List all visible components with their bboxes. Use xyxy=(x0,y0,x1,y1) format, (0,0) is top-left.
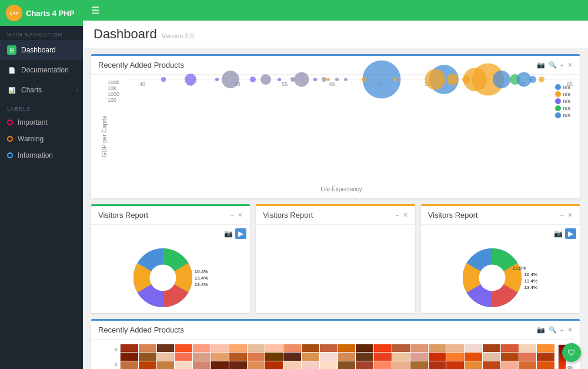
label-text: Warning xyxy=(18,135,44,143)
heatmap-cell xyxy=(356,353,373,360)
dashboard-content: Recently Added Products 📷 🔍 + ✕ GDP per … xyxy=(83,48,588,369)
heatmap-cell xyxy=(374,344,392,352)
close-icon[interactable]: ✕ xyxy=(567,61,573,69)
main-content: ☰ Dashboard Version 2.0 Recently Added P… xyxy=(83,0,588,369)
heatmap-grid xyxy=(120,344,554,369)
heatmap-cell xyxy=(410,353,428,360)
pie-chart-2-empty xyxy=(256,225,415,284)
svg-point-1 xyxy=(149,265,176,291)
heatmap-cell xyxy=(283,344,301,352)
close-icon[interactable]: ✕ xyxy=(238,211,243,219)
heatmap-controls: 📷 🔍 + ✕ xyxy=(537,326,573,334)
visitor-card-3: Visitors Report − ✕ 📷 ▶ xyxy=(421,204,580,313)
visitor-card-1-header: Visitors Report − ✕ xyxy=(91,206,250,225)
visitor-card-3-title: Visitors Report xyxy=(428,211,478,220)
minimize-icon[interactable]: − xyxy=(560,212,564,219)
add-icon[interactable]: + xyxy=(560,62,564,69)
camera-icon[interactable]: 📷 xyxy=(537,61,545,69)
heatmap-cell xyxy=(429,361,446,369)
heatmap-cell xyxy=(139,344,156,352)
important-dot xyxy=(7,119,13,125)
heatmap-area: Month 86420 8060 xyxy=(91,340,580,369)
label-item-information[interactable]: Information xyxy=(0,147,83,164)
heatmap-cell xyxy=(537,361,554,369)
hamburger-icon[interactable]: ☰ xyxy=(91,5,99,16)
bubble-chart-card: Recently Added Products 📷 🔍 + ✕ GDP per … xyxy=(91,54,580,198)
sidebar-item-charts[interactable]: 📊 Charts ‹ xyxy=(0,80,83,100)
close-icon[interactable]: ✕ xyxy=(567,211,573,219)
dashboard-icon: ⊞ xyxy=(7,45,16,55)
camera-icon[interactable]: 📷 xyxy=(537,326,545,334)
nav-section-label: MAIN NAVIGATION xyxy=(0,26,83,40)
pie-label-1: 10.4% xyxy=(195,269,208,274)
minimize-icon[interactable]: − xyxy=(230,212,234,219)
heatmap-cell xyxy=(139,353,156,360)
heatmap-cell xyxy=(229,353,247,360)
pie-chart-3: 23.9% 10.4% 13.4% 13.4% xyxy=(421,242,580,313)
heatmap-cell xyxy=(265,344,283,352)
zoom-icon[interactable]: 🔍 xyxy=(549,61,557,69)
close-icon[interactable]: ✕ xyxy=(403,211,408,219)
visitor-card-1-title: Visitors Report xyxy=(98,211,148,220)
heatmap-cell xyxy=(320,344,338,352)
heatmap-cell xyxy=(501,353,519,360)
page-header: Dashboard Version 2.0 xyxy=(83,21,588,48)
camera-icon[interactable]: 📷 xyxy=(554,230,563,238)
zoom-icon[interactable]: 🔍 xyxy=(549,326,557,334)
bubble-chart-inner: 100k 10k 1000 100 xyxy=(128,79,573,80)
heatmap-cell xyxy=(193,344,211,352)
heatmap-cell xyxy=(537,353,554,360)
labels-section-label: LABELS xyxy=(0,100,83,114)
heatmap-cell xyxy=(175,344,192,352)
app-name: Charts 4 PHP xyxy=(26,9,74,18)
visitor-card-1: Visitors Report − ✕ 📷 ▶ xyxy=(91,204,250,313)
heatmap-cell xyxy=(483,361,500,369)
label-text: Important xyxy=(18,118,48,127)
pie-chart-1: 10.4% 13.4% 13.4% xyxy=(91,242,250,313)
sidebar-item-label: Dashboard xyxy=(21,46,56,54)
camera-icon[interactable]: 📷 xyxy=(224,230,233,238)
heatmap-cell xyxy=(175,361,192,369)
heatmap-cell xyxy=(121,344,138,352)
heatmap-cell xyxy=(446,361,464,369)
bubble-chart-controls: 📷 🔍 + ✕ xyxy=(537,61,573,69)
heatmap-cell xyxy=(374,361,392,369)
heatmap-cell xyxy=(157,353,175,360)
charts-icon: 📊 xyxy=(7,85,16,95)
heatmap-cell xyxy=(483,353,500,360)
page-title: Dashboard xyxy=(93,26,157,42)
heatmap-cell xyxy=(392,361,410,369)
heatmap-cell xyxy=(211,353,229,360)
heatmap-cell xyxy=(392,344,410,352)
close-icon[interactable]: ✕ xyxy=(567,326,573,334)
play-icon[interactable]: ▶ xyxy=(235,228,246,239)
heatmap-cell xyxy=(229,344,247,352)
play-icon[interactable]: ▶ xyxy=(565,228,576,239)
visitor-card-2: Visitors Report − ✕ xyxy=(256,204,415,313)
heatmap-cell xyxy=(139,361,156,369)
minimize-icon[interactable]: − xyxy=(395,212,399,219)
heatmap-cell xyxy=(537,344,554,352)
heatmap-cell xyxy=(265,361,283,369)
pie-label-pct1: 10.4% xyxy=(524,272,537,277)
heatmap-title: Recently Added Products xyxy=(98,325,184,334)
information-dot xyxy=(7,152,13,158)
visitor-card-3-header: Visitors Report − ✕ xyxy=(421,206,580,225)
bottom-action-button[interactable]: 🛡 xyxy=(562,343,581,362)
sidebar-logo: C4P Charts 4 PHP xyxy=(0,0,83,26)
heatmap-cell xyxy=(392,353,410,360)
add-icon[interactable]: + xyxy=(560,327,564,334)
sidebar-item-documentation[interactable]: 📄 Documentation xyxy=(0,60,83,80)
chevron-right-icon: ‹ xyxy=(76,87,78,94)
label-item-important[interactable]: Important xyxy=(0,114,83,131)
label-item-warning[interactable]: Warning xyxy=(0,131,83,147)
visitor-card-1-controls: − ✕ xyxy=(230,211,243,219)
visitor-card-2-controls: − ✕ xyxy=(395,211,407,219)
visitor-card-2-title: Visitors Report xyxy=(263,211,313,220)
pie-label-pct2: 13.4% xyxy=(524,278,537,284)
heatmap-cell xyxy=(283,361,301,369)
heatmap-cell xyxy=(157,344,175,352)
heatmap-cell xyxy=(320,353,338,360)
pie-label-pct3: 13.4% xyxy=(524,285,537,290)
sidebar-item-dashboard[interactable]: ⊞ Dashboard xyxy=(0,40,83,60)
